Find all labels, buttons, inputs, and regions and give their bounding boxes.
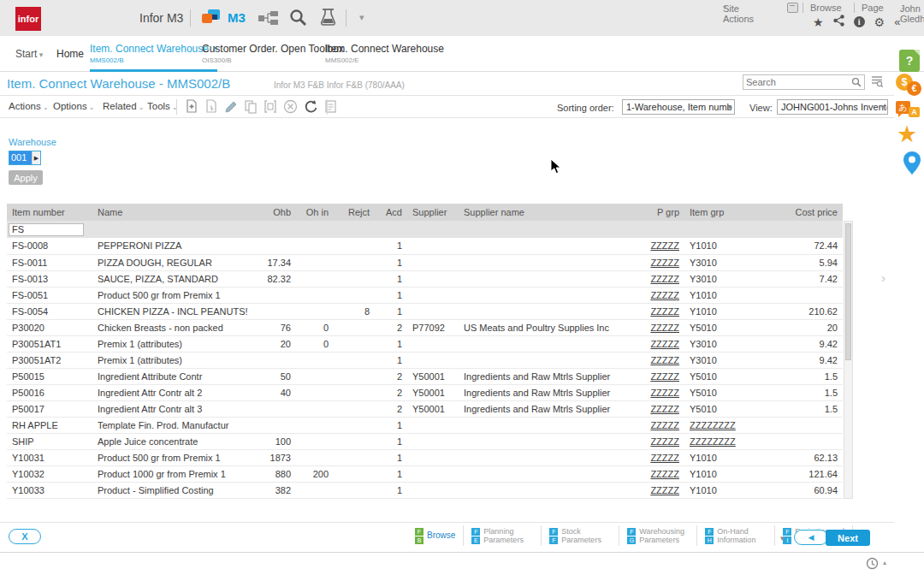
scrollbar-thumb[interactable] xyxy=(845,223,851,360)
table-cell: 0 xyxy=(296,335,334,352)
table-row[interactable]: RH APPLETemplate Fin. Prod. Manufactur1Z… xyxy=(7,417,843,433)
sorting-order-select[interactable]: 1-Warehouse, Item numb xyxy=(622,99,735,115)
search-icon[interactable] xyxy=(851,77,862,90)
table-cell: ZZZZZ xyxy=(642,303,684,319)
table-row[interactable]: P50017Ingredient Attr Contr alt 32Y50001… xyxy=(7,400,843,417)
table-row[interactable]: SHIPApple Juice concentrate1001ZZZZZZZZZ… xyxy=(7,433,843,449)
table-cell xyxy=(296,270,334,287)
table-row[interactable]: P50016Ingredient Attr Contr alt 2402Y500… xyxy=(7,384,843,400)
refresh-icon[interactable] xyxy=(304,99,318,114)
info-icon[interactable]: i xyxy=(854,16,865,27)
edit-icon[interactable] xyxy=(224,100,238,114)
tab-item-connect-warehouse-e[interactable]: Item. Connect Warehouse MMS002/E xyxy=(325,43,444,64)
panel-button-warehousing-parameters[interactable]: FGWarehousing Parameters xyxy=(619,527,696,544)
table-row[interactable]: FS-0013SAUCE, PIZZA, STANDARD82.321ZZZZZ… xyxy=(7,270,843,287)
table-row[interactable]: P50015Ingredient Attribute Contr502Y5000… xyxy=(7,368,843,384)
col-supplier[interactable]: Supplier xyxy=(407,204,459,221)
favorites-star-icon[interactable]: ★ xyxy=(897,121,917,148)
panel-button-stock-parameters[interactable]: FFStock Parameters xyxy=(542,527,619,544)
tab-start-menu[interactable]: Start xyxy=(15,48,43,60)
table-row[interactable]: FS-0051Product 500 gr from Premix 11ZZZZ… xyxy=(7,287,843,303)
settings-gear-icon[interactable]: ⚙ xyxy=(874,15,886,29)
delete-icon[interactable] xyxy=(283,99,298,114)
table-cell: P30020 xyxy=(7,319,92,335)
panel-button-browse[interactable]: FBBrowse xyxy=(407,528,463,544)
related-menu[interactable]: Related xyxy=(103,101,145,111)
table-cell: Product 1000 gr from Premix 1 xyxy=(92,465,255,482)
table-cell: Product 500 gr from Premix 1 xyxy=(92,449,255,465)
apply-button[interactable]: Apply xyxy=(9,170,43,185)
table-row[interactable]: FS-0054CHICKEN PIZZA - INCL PEANUTS!81ZZ… xyxy=(7,303,843,319)
page-ribbon-tab[interactable]: Page xyxy=(854,3,891,13)
chat-icon[interactable] xyxy=(202,9,221,27)
edit-page-icon[interactable] xyxy=(787,3,798,13)
col-p-grp[interactable]: P grp xyxy=(642,204,684,221)
tools-menu[interactable]: Tools xyxy=(147,101,178,111)
table-row[interactable]: P30051AT1Premix 1 (attributes)2001ZZZZZY… xyxy=(7,335,843,352)
m3-menu-button[interactable]: M3 xyxy=(228,10,246,25)
table-cell xyxy=(296,449,334,465)
table-row[interactable]: P30051AT2Premix 1 (attributes)1ZZZZZY301… xyxy=(7,352,843,368)
collapse-icon[interactable]: « xyxy=(894,15,900,28)
tab-home[interactable]: Home xyxy=(56,48,84,60)
chevron-down-icon[interactable]: ▾ xyxy=(359,12,364,23)
col-rejct[interactable]: Rejct xyxy=(334,204,375,221)
actions-menu[interactable]: Actions xyxy=(9,101,49,111)
close-panel-button[interactable]: X xyxy=(9,529,41,544)
select-record-icon[interactable] xyxy=(204,99,218,114)
org-chart-icon[interactable] xyxy=(258,11,279,28)
help-icon[interactable]: ? xyxy=(899,50,920,72)
favorite-star-icon[interactable]: ★ xyxy=(813,15,824,29)
table-cell: 1 xyxy=(375,270,407,287)
panel-label: On-Hand Information xyxy=(717,527,767,544)
table-cell: ZZZZZ xyxy=(642,449,684,465)
translate-icon[interactable]: あ A xyxy=(896,101,923,122)
col-item-number[interactable]: Item number xyxy=(7,204,92,221)
warehouse-browse-icon[interactable]: ▶ xyxy=(32,151,40,164)
expand-panel-icon[interactable]: › xyxy=(881,270,886,285)
panel-button-planning-parameters[interactable]: FEPlanning Parameters xyxy=(464,527,541,544)
warehouse-input[interactable]: 001 ▶ xyxy=(9,151,41,165)
table-cell: 72.44 xyxy=(761,238,843,254)
col-oh-in[interactable]: Oh in xyxy=(296,204,334,221)
previous-button[interactable]: ◀ xyxy=(794,530,828,545)
labs-flask-icon[interactable] xyxy=(320,8,336,29)
table-row[interactable]: Y10031Product 500 gr from Premix 118731Z… xyxy=(7,449,843,465)
table-row[interactable]: FS-0008PEPPERONI PIZZA1ZZZZZY101072.44 xyxy=(7,238,843,254)
table-row[interactable]: Y10033Product - Simplified Costing3821ZZ… xyxy=(7,482,843,498)
table-cell: Template Fin. Prod. Manufactur xyxy=(92,417,255,433)
col-item-grp[interactable]: Item grp xyxy=(684,204,761,221)
share-icon[interactable] xyxy=(833,15,844,29)
location-pin-icon[interactable] xyxy=(903,151,921,178)
new-record-icon[interactable] xyxy=(185,99,198,114)
table-row[interactable]: P30020Chicken Breasts - non packed7602P7… xyxy=(7,319,843,335)
next-button[interactable]: Next xyxy=(826,530,870,546)
advanced-search-icon[interactable] xyxy=(871,76,883,90)
infor-logo[interactable]: infor xyxy=(15,7,41,31)
table-scrollbar[interactable] xyxy=(844,221,853,499)
tab-customer-order-toolbox[interactable]: Customer Order. Open Toolbox OIS300/B xyxy=(202,43,344,64)
tab-item-connect-warehouse[interactable]: Item. Connect Warehouse× MMS002/B xyxy=(90,43,217,72)
search-input[interactable] xyxy=(746,76,849,88)
item-number-filter-input[interactable] xyxy=(9,223,84,236)
col-ohb[interactable]: Ohb xyxy=(255,204,296,221)
clock-dropdown-icon[interactable]: ▴ xyxy=(883,559,886,566)
table-cell: ZZZZZ xyxy=(642,384,684,400)
more-panels-icon[interactable]: ▾ xyxy=(780,534,785,542)
display-record-icon[interactable] xyxy=(264,99,277,114)
browse-ribbon-tab[interactable]: Browse xyxy=(803,3,849,13)
options-menu[interactable]: Options xyxy=(53,101,95,111)
clock-icon[interactable] xyxy=(866,557,879,572)
currency-icon[interactable]: $ € xyxy=(896,74,923,98)
col-supplier-name[interactable]: Supplier name xyxy=(459,204,642,221)
panel-button-on-hand-information[interactable]: FHOn-Hand Information xyxy=(697,527,774,544)
col-name[interactable]: Name xyxy=(92,204,255,221)
table-row[interactable]: Y10032Product 1000 gr from Premix 188020… xyxy=(7,465,843,482)
table-cell xyxy=(334,433,375,449)
table-row[interactable]: FS-0011PIZZA DOUGH, REGULAR17.341ZZZZZY3… xyxy=(7,254,843,270)
col-acd[interactable]: Acd xyxy=(375,204,407,221)
col-cost-price[interactable]: Cost price xyxy=(761,204,843,221)
view-select[interactable]: JOHNG001-Johns Invento xyxy=(777,99,888,115)
copy-icon[interactable] xyxy=(244,99,258,114)
search-icon[interactable] xyxy=(289,9,307,29)
